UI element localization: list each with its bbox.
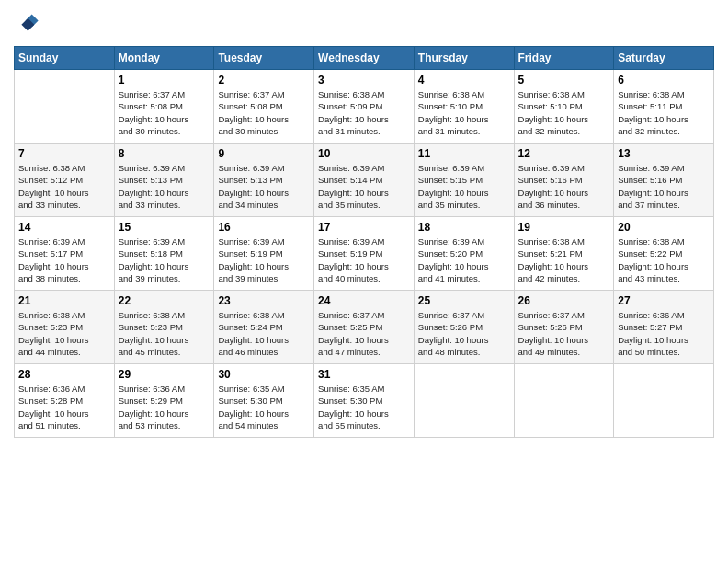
day-info: Sunrise: 6:39 AM Sunset: 5:13 PM Dayligh… [218,162,310,211]
day-info: Sunrise: 6:36 AM Sunset: 5:29 PM Dayligh… [119,383,210,431]
week-row-1: 1Sunrise: 6:37 AM Sunset: 5:08 PM Daylig… [15,70,714,144]
calendar-cell: 5Sunrise: 6:38 AM Sunset: 5:10 PM Daylig… [514,70,614,144]
day-info: Sunrise: 6:36 AM Sunset: 5:28 PM Dayligh… [18,383,110,431]
calendar-cell: 28Sunrise: 6:36 AM Sunset: 5:28 PM Dayli… [15,364,115,438]
day-number: 14 [18,221,110,234]
calendar-cell: 15Sunrise: 6:39 AM Sunset: 5:18 PM Dayli… [114,217,214,291]
day-number: 6 [618,74,710,86]
week-row-2: 7Sunrise: 6:38 AM Sunset: 5:12 PM Daylig… [15,144,714,217]
calendar-cell: 23Sunrise: 6:38 AM Sunset: 5:24 PM Dayli… [214,291,314,364]
header-row: SundayMondayTuesdayWednesdayThursdayFrid… [15,47,714,70]
col-header-sunday: Sunday [15,47,115,70]
day-number: 4 [418,74,510,86]
day-number: 2 [218,74,310,86]
col-header-thursday: Thursday [414,47,514,70]
calendar-cell: 8Sunrise: 6:39 AM Sunset: 5:13 PM Daylig… [114,144,214,217]
logo-icon [14,9,40,35]
day-number: 23 [218,294,310,307]
day-number: 17 [318,221,410,234]
calendar-cell: 4Sunrise: 6:38 AM Sunset: 5:10 PM Daylig… [414,70,514,144]
day-info: Sunrise: 6:38 AM Sunset: 5:10 PM Dayligh… [418,88,510,137]
day-info: Sunrise: 6:36 AM Sunset: 5:27 PM Dayligh… [618,309,710,358]
page-header [14,9,714,39]
calendar-cell: 27Sunrise: 6:36 AM Sunset: 5:27 PM Dayli… [614,291,714,364]
calendar-cell [414,364,514,438]
calendar-cell: 20Sunrise: 6:38 AM Sunset: 5:22 PM Dayli… [614,217,714,291]
page-container: SundayMondayTuesdayWednesdayThursdayFrid… [0,0,728,447]
calendar-cell: 2Sunrise: 6:37 AM Sunset: 5:08 PM Daylig… [214,70,314,144]
day-number: 16 [218,221,310,234]
calendar-cell: 21Sunrise: 6:38 AM Sunset: 5:23 PM Dayli… [15,291,115,364]
day-number: 18 [418,221,510,234]
day-info: Sunrise: 6:38 AM Sunset: 5:10 PM Dayligh… [518,88,610,137]
calendar-cell [614,364,714,438]
calendar-cell: 14Sunrise: 6:39 AM Sunset: 5:17 PM Dayli… [15,217,115,291]
calendar-table: SundayMondayTuesdayWednesdayThursdayFrid… [14,46,714,438]
calendar-cell: 11Sunrise: 6:39 AM Sunset: 5:15 PM Dayli… [414,144,514,217]
calendar-cell: 3Sunrise: 6:38 AM Sunset: 5:09 PM Daylig… [314,70,415,144]
col-header-tuesday: Tuesday [214,47,314,70]
day-info: Sunrise: 6:39 AM Sunset: 5:17 PM Dayligh… [18,236,110,284]
day-info: Sunrise: 6:39 AM Sunset: 5:13 PM Dayligh… [119,162,210,211]
week-row-5: 28Sunrise: 6:36 AM Sunset: 5:28 PM Dayli… [15,364,714,438]
calendar-cell: 6Sunrise: 6:38 AM Sunset: 5:11 PM Daylig… [614,70,714,144]
calendar-cell: 9Sunrise: 6:39 AM Sunset: 5:13 PM Daylig… [214,144,314,217]
day-info: Sunrise: 6:38 AM Sunset: 5:09 PM Dayligh… [318,88,410,137]
calendar-cell: 24Sunrise: 6:37 AM Sunset: 5:25 PM Dayli… [314,291,415,364]
day-number: 15 [119,221,210,234]
day-number: 22 [119,294,210,307]
day-number: 13 [618,147,710,160]
day-info: Sunrise: 6:39 AM Sunset: 5:16 PM Dayligh… [618,162,710,211]
col-header-monday: Monday [114,47,214,70]
day-info: Sunrise: 6:39 AM Sunset: 5:19 PM Dayligh… [318,236,410,284]
day-number: 29 [119,368,210,381]
day-number: 24 [318,294,410,307]
calendar-cell: 7Sunrise: 6:38 AM Sunset: 5:12 PM Daylig… [15,144,115,217]
day-info: Sunrise: 6:39 AM Sunset: 5:16 PM Dayligh… [518,162,610,211]
week-row-4: 21Sunrise: 6:38 AM Sunset: 5:23 PM Dayli… [15,291,714,364]
day-number: 27 [618,294,710,307]
day-number: 3 [318,74,410,86]
day-number: 1 [119,74,210,86]
day-number: 28 [18,368,110,381]
day-number: 19 [518,221,610,234]
calendar-cell: 29Sunrise: 6:36 AM Sunset: 5:29 PM Dayli… [114,364,214,438]
day-info: Sunrise: 6:39 AM Sunset: 5:20 PM Dayligh… [418,236,510,284]
day-info: Sunrise: 6:38 AM Sunset: 5:11 PM Dayligh… [618,88,710,137]
day-info: Sunrise: 6:38 AM Sunset: 5:23 PM Dayligh… [119,309,210,358]
calendar-cell: 25Sunrise: 6:37 AM Sunset: 5:26 PM Dayli… [414,291,514,364]
day-number: 31 [318,368,410,381]
day-number: 5 [518,74,610,86]
day-number: 8 [119,147,210,160]
calendar-cell: 12Sunrise: 6:39 AM Sunset: 5:16 PM Dayli… [514,144,614,217]
day-info: Sunrise: 6:37 AM Sunset: 5:26 PM Dayligh… [418,309,510,358]
day-number: 26 [518,294,610,307]
calendar-cell [15,70,115,144]
day-number: 10 [318,147,410,160]
day-info: Sunrise: 6:37 AM Sunset: 5:08 PM Dayligh… [119,88,210,137]
calendar-cell [514,364,614,438]
calendar-cell: 10Sunrise: 6:39 AM Sunset: 5:14 PM Dayli… [314,144,415,217]
day-number: 21 [18,294,110,307]
day-info: Sunrise: 6:39 AM Sunset: 5:19 PM Dayligh… [218,236,310,284]
col-header-wednesday: Wednesday [314,47,415,70]
day-info: Sunrise: 6:37 AM Sunset: 5:08 PM Dayligh… [218,88,310,137]
calendar-cell: 17Sunrise: 6:39 AM Sunset: 5:19 PM Dayli… [314,217,415,291]
calendar-cell: 1Sunrise: 6:37 AM Sunset: 5:08 PM Daylig… [114,70,214,144]
calendar-cell: 26Sunrise: 6:37 AM Sunset: 5:26 PM Dayli… [514,291,614,364]
day-info: Sunrise: 6:38 AM Sunset: 5:21 PM Dayligh… [518,236,610,284]
calendar-cell: 13Sunrise: 6:39 AM Sunset: 5:16 PM Dayli… [614,144,714,217]
day-info: Sunrise: 6:35 AM Sunset: 5:30 PM Dayligh… [218,383,310,431]
day-info: Sunrise: 6:37 AM Sunset: 5:26 PM Dayligh… [518,309,610,358]
calendar-cell: 30Sunrise: 6:35 AM Sunset: 5:30 PM Dayli… [214,364,314,438]
day-info: Sunrise: 6:39 AM Sunset: 5:14 PM Dayligh… [318,162,410,211]
day-info: Sunrise: 6:35 AM Sunset: 5:30 PM Dayligh… [318,383,410,431]
calendar-cell: 22Sunrise: 6:38 AM Sunset: 5:23 PM Dayli… [114,291,214,364]
day-number: 9 [218,147,310,160]
day-number: 11 [418,147,510,160]
calendar-cell: 31Sunrise: 6:35 AM Sunset: 5:30 PM Dayli… [314,364,415,438]
calendar-cell: 16Sunrise: 6:39 AM Sunset: 5:19 PM Dayli… [214,217,314,291]
day-number: 12 [518,147,610,160]
week-row-3: 14Sunrise: 6:39 AM Sunset: 5:17 PM Dayli… [15,217,714,291]
day-info: Sunrise: 6:39 AM Sunset: 5:18 PM Dayligh… [119,236,210,284]
